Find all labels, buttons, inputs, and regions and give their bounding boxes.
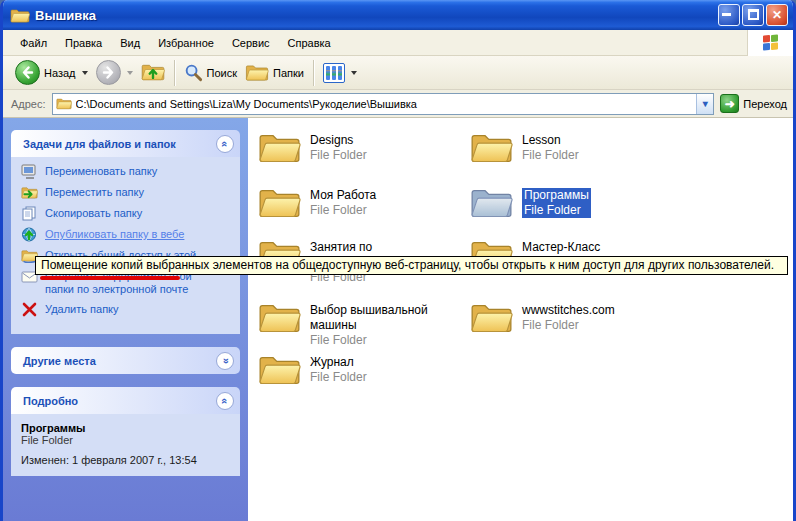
folder-tile-zhurnal[interactable]: ЖурналFile Folder <box>258 352 470 397</box>
folder-icon <box>258 185 301 220</box>
menu-edit[interactable]: Правка <box>56 32 111 54</box>
windows-logo <box>747 30 793 56</box>
explorer-window: Вышивка ✕ Файл Правка Вид Избранное Серв… <box>0 0 796 521</box>
address-bar: Адрес: C:\Documents and Settings\Liza\My… <box>3 90 793 118</box>
details-item-name: Программы <box>21 422 236 434</box>
expand-button[interactable]: « <box>216 352 234 370</box>
chevron-down-icon: ▾ <box>703 98 708 109</box>
close-icon: ✕ <box>772 8 782 22</box>
other-places-panel: Другие места « <box>11 347 240 374</box>
go-arrow-icon: ➜ <box>720 94 739 113</box>
folders-button[interactable]: Папки <box>241 61 308 85</box>
search-label: Поиск <box>207 67 237 79</box>
forward-icon <box>96 60 121 85</box>
address-label: Адрес: <box>11 98 46 110</box>
other-places-title: Другие места <box>23 355 96 367</box>
toolbar: Назад Поиск Папки <box>3 56 793 90</box>
task-pane: Задачи для файлов и папок « Переименоват… <box>3 118 248 521</box>
back-dropdown-icon[interactable] <box>82 71 88 75</box>
close-button[interactable]: ✕ <box>766 4 788 26</box>
folder-icon <box>470 130 513 165</box>
address-dropdown-button[interactable]: ▾ <box>696 94 713 114</box>
menu-file[interactable]: Файл <box>11 32 56 54</box>
search-icon <box>184 63 203 82</box>
minimize-button[interactable] <box>718 4 740 26</box>
folder-icon <box>258 352 301 387</box>
tooltip: Помещение копий выбранных элементов на о… <box>35 256 788 275</box>
content-area: Задачи для файлов и папок « Переименоват… <box>3 118 793 521</box>
folder-icon <box>258 130 301 165</box>
folder-tile-moya-rabota[interactable]: Моя РаботаFile Folder <box>258 185 470 237</box>
back-button[interactable]: Назад <box>11 58 92 87</box>
menu-view[interactable]: Вид <box>111 32 149 54</box>
folder-icon <box>258 300 301 335</box>
task-copy-folder[interactable]: Скопировать папку <box>21 207 236 221</box>
delete-icon <box>21 302 38 317</box>
address-field[interactable]: C:\Documents and Settings\Liza\My Docume… <box>52 93 715 115</box>
task-publish-folder-web[interactable]: Опубликовать папку в вебе <box>21 228 236 242</box>
file-tasks-panel: Задачи для файлов и папок « Переименоват… <box>11 130 240 334</box>
rename-icon <box>21 164 38 179</box>
publish-web-icon <box>21 227 38 242</box>
go-button[interactable]: ➜ Переход <box>720 94 787 113</box>
search-button[interactable]: Поиск <box>180 61 241 84</box>
chevron-up-icon: « <box>219 397 231 403</box>
menu-favorites[interactable]: Избранное <box>149 32 223 54</box>
back-label: Назад <box>44 67 76 79</box>
folder-tile-wwwstitches[interactable]: wwwstitches.comFile Folder <box>470 300 700 352</box>
file-tasks-header[interactable]: Задачи для файлов и папок « <box>11 130 240 157</box>
title-bar[interactable]: Вышивка ✕ <box>3 0 793 30</box>
folder-icon-selected <box>470 185 513 220</box>
folder-tile-designs[interactable]: DesignsFile Folder <box>258 130 470 185</box>
file-list-area[interactable]: DesignsFile Folder LessonFile Folder Моя… <box>248 118 793 521</box>
menu-tools[interactable]: Сервис <box>223 32 279 54</box>
folders-icon <box>245 63 269 83</box>
window-folder-icon <box>10 7 30 24</box>
folder-tile-programmy-selected[interactable]: ПрограммыFile Folder <box>470 185 700 237</box>
file-tasks-title: Задачи для файлов и папок <box>23 138 176 150</box>
folder-icon <box>470 300 513 335</box>
views-icon <box>323 63 345 83</box>
annotation-underline <box>40 276 180 280</box>
up-button[interactable] <box>137 60 169 85</box>
details-item-modified: Изменен: 1 февраля 2007 г., 13:54 <box>21 454 236 466</box>
menu-help[interactable]: Справка <box>279 32 340 54</box>
forward-dropdown-icon[interactable] <box>127 71 133 75</box>
folders-label: Папки <box>273 67 304 79</box>
collapse-button[interactable]: « <box>216 392 234 410</box>
task-rename-folder[interactable]: Переименовать папку <box>21 165 236 179</box>
other-places-header[interactable]: Другие места « <box>11 347 240 374</box>
go-label: Переход <box>743 98 787 110</box>
address-folder-icon <box>56 97 72 110</box>
toolbar-separator <box>313 60 314 86</box>
forward-button[interactable] <box>92 58 137 87</box>
folder-tile-vybor-mashiny[interactable]: Выбор вышивальной машиныFile Folder <box>258 300 470 352</box>
details-item-type: File Folder <box>21 434 236 446</box>
copy-icon <box>21 206 38 221</box>
back-icon <box>15 60 40 85</box>
chevron-up-icon: « <box>219 140 231 146</box>
folder-up-icon <box>141 62 165 83</box>
menu-bar: Файл Правка Вид Избранное Сервис Справка <box>3 30 793 56</box>
maximize-button[interactable] <box>742 4 764 26</box>
maximize-icon <box>748 9 759 20</box>
toolbar-separator <box>174 60 175 86</box>
details-title: Подробно <box>23 395 78 407</box>
details-panel: Подробно « Программы File Folder Изменен… <box>11 387 240 476</box>
window-title: Вышивка <box>35 8 718 23</box>
collapse-button[interactable]: « <box>216 135 234 153</box>
folder-tile-lesson[interactable]: LessonFile Folder <box>470 130 700 185</box>
details-header[interactable]: Подробно « <box>11 387 240 414</box>
views-button[interactable] <box>319 61 361 85</box>
move-icon <box>21 185 38 200</box>
windows-flag-icon <box>763 34 778 50</box>
task-move-folder[interactable]: Переместить папку <box>21 186 236 200</box>
chevron-down-icon: « <box>219 357 231 363</box>
address-path: C:\Documents and Settings\Liza\My Docume… <box>76 98 693 110</box>
views-dropdown-icon[interactable] <box>351 71 357 75</box>
minimize-icon <box>722 13 731 16</box>
task-delete-folder[interactable]: Удалить папку <box>21 303 236 317</box>
